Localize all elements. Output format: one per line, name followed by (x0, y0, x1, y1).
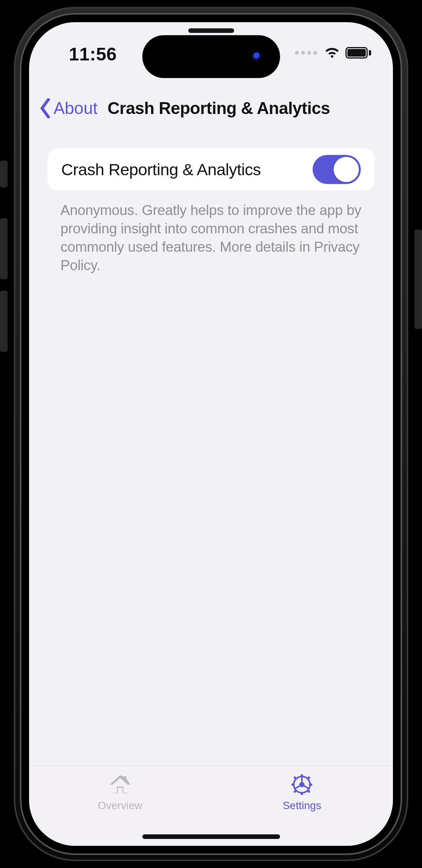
side-button (0, 161, 8, 187)
navigation-bar: About Crash Reporting & Analytics (29, 89, 393, 127)
chevron-left-icon (39, 98, 52, 118)
crash-analytics-footnote: Anonymous. Greatly helps to improve the … (47, 191, 375, 275)
toggle-knob (334, 157, 359, 182)
svg-rect-6 (301, 792, 303, 795)
tab-overview[interactable]: Overview (29, 766, 211, 846)
gear-icon (290, 774, 314, 796)
device-frame: 11:56 (0, 0, 422, 868)
cellular-dots-icon (295, 51, 317, 55)
dynamic-island (142, 35, 280, 78)
page-title: Crash Reporting & Analytics (108, 99, 330, 118)
home-indicator[interactable] (142, 834, 280, 839)
wifi-icon (324, 47, 340, 59)
crash-analytics-label: Crash Reporting & Analytics (61, 160, 261, 179)
content-area: Crash Reporting & Analytics Anonymous. G… (29, 148, 393, 758)
side-button (414, 230, 422, 329)
battery-icon (345, 46, 373, 60)
svg-rect-7 (292, 783, 295, 786)
crash-analytics-toggle[interactable] (313, 155, 361, 184)
house-icon (108, 774, 132, 796)
svg-rect-5 (301, 774, 303, 777)
back-button[interactable]: About (39, 98, 98, 118)
settings-card: Crash Reporting & Analytics (47, 148, 375, 191)
device-bezel: 11:56 (14, 7, 408, 861)
tab-settings-label: Settings (283, 800, 321, 812)
status-time: 11:56 (69, 44, 117, 64)
side-button (0, 218, 8, 279)
tab-overview-label: Overview (98, 800, 142, 812)
side-button (0, 291, 8, 352)
screen: 11:56 (29, 22, 393, 846)
svg-rect-8 (310, 783, 313, 786)
tab-settings[interactable]: Settings (211, 766, 393, 846)
back-label: About (54, 99, 98, 118)
tab-bar: Overview (29, 765, 393, 846)
crash-analytics-row: Crash Reporting & Analytics (61, 148, 361, 191)
camera-lens-icon (252, 51, 263, 62)
